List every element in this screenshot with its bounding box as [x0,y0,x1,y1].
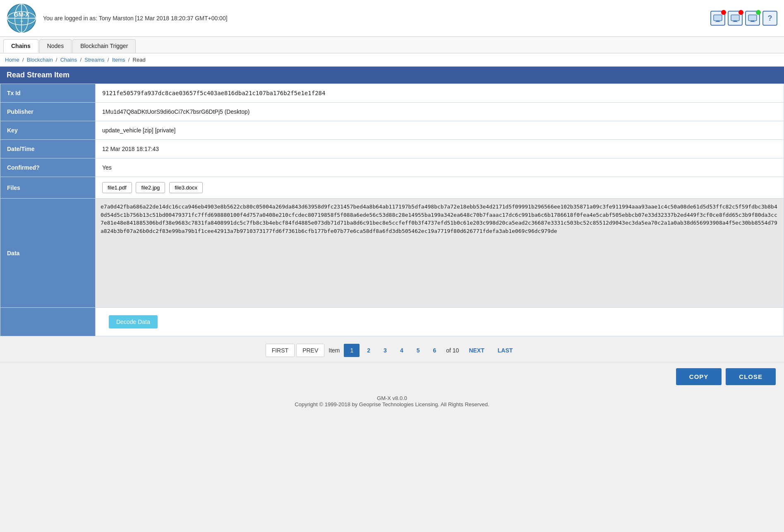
pagination-page-3[interactable]: 3 [378,344,393,357]
pagination-last[interactable]: LAST [492,344,519,357]
question-icon: ? [768,14,772,23]
main-content: Tx Id 9121fe50579fa937dc8cae03657f5c403a… [0,84,784,412]
confirmed-value: Yes [96,158,784,177]
tx-id-value: 9121fe50579fa937dc8cae03657f5c403ae816db… [96,84,784,103]
pagination-page-6[interactable]: 6 [427,344,442,357]
action-label-cell [0,308,96,336]
pagination-next[interactable]: NEXT [463,344,490,357]
pagination-prev[interactable]: PREV [296,344,324,357]
breadcrumb-streams[interactable]: Streams [84,57,104,63]
datetime-value: 12 Mar 2018 18:17:43 [96,140,784,158]
tab-blockchain-trigger[interactable]: Blockchain Trigger [72,39,136,53]
svg-rect-14 [751,21,754,22]
breadcrumb-home[interactable]: Home [5,57,19,63]
decode-button[interactable]: Decode Data [109,315,158,328]
svg-rect-12 [733,22,738,22]
svg-rect-9 [715,22,720,22]
bottom-bar: COPY CLOSE [0,362,784,391]
pagination: FIRST PREV Item 1 2 3 4 5 6 of 10 NEXT L… [0,336,784,362]
svg-text:GM-X: GM-X [14,11,29,18]
svg-rect-13 [748,15,757,21]
pagination-page-5[interactable]: 5 [411,344,426,357]
page-title: Read Stream Item [0,67,784,84]
file-btn-0[interactable]: file1.pdf [102,182,132,193]
header: GM-X ™ You are logged in as: Tony Marsto… [0,0,784,37]
svg-text:™: ™ [20,20,23,24]
pagination-page-4[interactable]: 4 [394,344,409,357]
monitor-icon-1[interactable] [710,11,725,26]
header-left: GM-X ™ You are logged in as: Tony Marsto… [7,3,228,33]
publisher-label: Publisher [0,103,96,121]
data-textarea[interactable] [101,203,779,302]
footer: GM-X v8.0.0 Copyright © 1999-2018 by Geo… [0,391,784,412]
header-icons: ? [710,11,777,26]
svg-rect-7 [714,15,722,21]
monitor-3-svg [748,14,757,22]
copy-button[interactable]: COPY [676,368,722,385]
breadcrumb-items[interactable]: Items [112,57,125,63]
decode-cell: Decode Data [96,308,784,336]
pagination-first[interactable]: FIRST [266,344,295,357]
svg-rect-15 [750,22,755,22]
breadcrumb-chains[interactable]: Chains [60,57,77,63]
tx-id-row: Tx Id 9121fe50579fa937dc8cae03657f5c403a… [0,84,784,103]
form-table: Tx Id 9121fe50579fa937dc8cae03657f5c403a… [0,84,784,336]
tab-chains[interactable]: Chains [3,39,38,53]
key-label: Key [0,121,96,140]
breadcrumb-read: Read [133,57,146,63]
breadcrumb: Home / Blockchain / Chains / Streams / I… [0,53,784,67]
help-button[interactable]: ? [762,11,777,26]
datetime-row: Date/Time 12 Mar 2018 18:17:43 [0,140,784,158]
main-tabs: Chains Nodes Blockchain Trigger [0,37,784,53]
data-value [96,199,784,308]
file-btn-1[interactable]: file2.jpg [136,182,165,193]
file-btn-2[interactable]: file3.docx [169,182,203,193]
files-row: Files file1.pdf file2.jpg file3.docx [0,177,784,199]
data-label: Data [0,199,96,308]
files-value: file1.pdf file2.jpg file3.docx [96,177,784,199]
breadcrumb-blockchain[interactable]: Blockchain [27,57,53,63]
pagination-of-label: of 10 [444,344,461,357]
pagination-page-1[interactable]: 1 [344,344,360,357]
pagination-page-2[interactable]: 2 [361,344,376,357]
footer-copyright: Copyright © 1999-2018 by Geoprise Techno… [4,401,780,407]
key-row: Key update_vehicle [zip] [private] [0,121,784,140]
files-label: Files [0,177,96,199]
publisher-row: Publisher 1Mu1d47Q8aDKtUorS9di6oCi7cK7bs… [0,103,784,121]
monitor-1-svg [713,14,722,22]
svg-rect-8 [716,21,719,22]
gmx-logo: GM-X ™ [7,3,36,33]
key-value: update_vehicle [zip] [private] [96,121,784,140]
action-row: Decode Data [0,308,784,336]
tab-nodes[interactable]: Nodes [39,39,72,53]
header-user-text: You are logged in as: Tony Marston [12 M… [43,15,228,22]
datetime-label: Date/Time [0,140,96,158]
data-row: Data [0,199,784,308]
confirmed-row: Confirmed? Yes [0,158,784,177]
svg-rect-11 [734,21,737,22]
publisher-value: 1Mu1d47Q8aDKtUorS9di6oCi7cK7bsrG6DtPj5 (… [96,103,784,121]
footer-version: GM-X v8.0.0 [4,395,780,401]
monitor-icon-2[interactable] [728,11,743,26]
svg-rect-10 [731,15,739,21]
monitor-2-svg [731,14,740,22]
tx-id-label: Tx Id [0,84,96,103]
monitor-icon-3[interactable] [745,11,760,26]
close-button[interactable]: CLOSE [726,368,776,385]
confirmed-label: Confirmed? [0,158,96,177]
pagination-item-label: Item [326,344,342,357]
